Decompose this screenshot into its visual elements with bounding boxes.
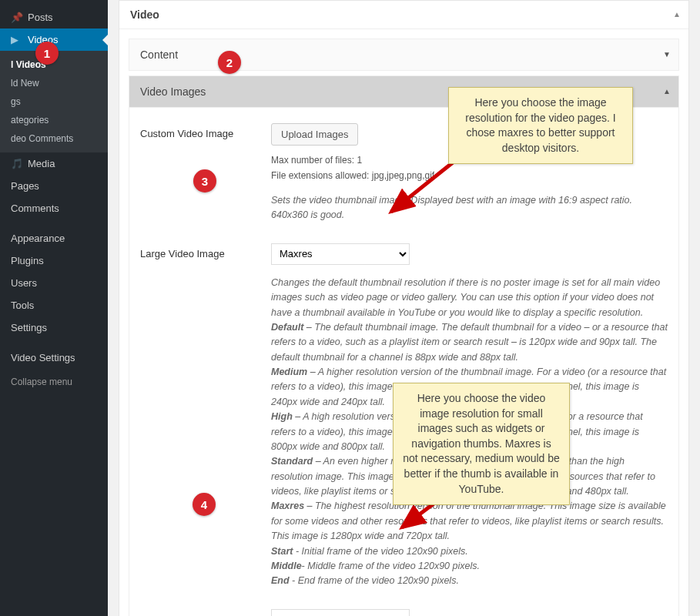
label-large-video-image: Large Video Image [140, 243, 271, 259]
annotation-callout-2: Here you choose the video image resoluti… [393, 383, 570, 505]
chevron-up-icon: ▲ [663, 87, 671, 95]
annotation-marker-2: 2 [218, 51, 241, 74]
chevron-down-icon: ▼ [663, 50, 671, 59]
sidebar-item-plugins[interactable]: Plugins [0, 249, 108, 272]
accordion-content[interactable]: Content ▼ [129, 38, 679, 71]
submenu-video-comments[interactable]: deo Comments [0, 129, 108, 148]
collapse-menu[interactable]: Collapse menu [0, 369, 108, 395]
sidebar-item-appearance[interactable]: Appearance [0, 227, 108, 249]
submenu-tags[interactable]: gs [0, 92, 108, 111]
panel-head-video[interactable]: Video ▲ [119, 1, 688, 29]
collapse-icon: ▲ [673, 10, 681, 18]
annotation-marker-1: 1 [35, 42, 59, 65]
sidebar-submenu-videos: l Videos ld New gs ategories deo Comment… [0, 51, 108, 152]
annotation-marker-4: 4 [193, 493, 216, 516]
sidebar-item-tools[interactable]: Tools [0, 294, 108, 316]
upload-images-button[interactable]: Upload Images [271, 123, 358, 146]
label-small-video-image: Small Video Image [140, 609, 271, 616]
custom-image-desc: Sets the video thumbnail image. Displaye… [271, 193, 668, 223]
sidebar-item-pages[interactable]: Pages [0, 175, 108, 197]
submenu-categories[interactable]: ategories [0, 111, 108, 129]
large-video-image-select[interactable]: Maxres [271, 243, 410, 265]
video-icon: ▶ [11, 34, 25, 45]
field-small-video-image: Small Video Image Medium Changes the def… [140, 609, 668, 616]
annotation-marker-3: 3 [193, 169, 216, 192]
sidebar-item-comments[interactable]: Comments [0, 197, 108, 219]
pin-icon: 📌 [11, 12, 25, 23]
sidebar-item-video-settings[interactable]: Video Settings [0, 346, 108, 369]
file-ext-text: File extensions allowed: jpg,jpeg,png,gi… [271, 169, 668, 182]
annotation-callout-1: Here you choose the image resolution for… [448, 87, 633, 164]
sidebar-item-media[interactable]: 🎵Media [0, 152, 108, 175]
label-custom-video-image: Custom Video Image [140, 123, 271, 139]
admin-sidebar: 📌Posts ▶Videos l Videos ld New gs ategor… [0, 0, 108, 616]
submenu-add-new[interactable]: ld New [0, 74, 108, 92]
sidebar-item-posts[interactable]: 📌Posts [0, 6, 108, 28]
media-icon: 🎵 [11, 158, 25, 169]
sidebar-item-settings[interactable]: Settings [0, 316, 108, 339]
sidebar-item-users[interactable]: Users [0, 272, 108, 294]
small-video-image-select[interactable]: Medium [271, 609, 410, 616]
